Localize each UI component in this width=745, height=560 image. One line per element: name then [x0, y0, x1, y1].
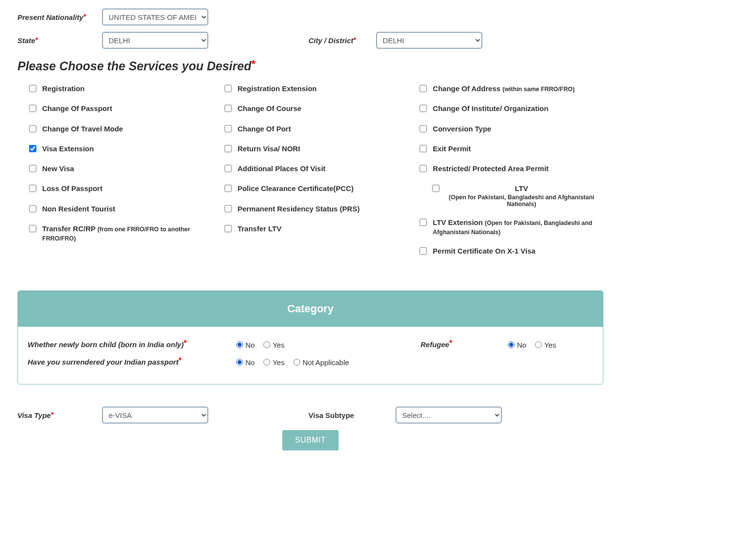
service-item: Conversion Type — [408, 124, 603, 134]
service-item: Permanent Residency Status (PRS) — [213, 204, 408, 214]
service-checkbox[interactable] — [29, 85, 36, 92]
top-fields-row-2: State* DELHI City / District* DELHI — [17, 32, 603, 48]
service-label: Visa Extension — [42, 144, 94, 153]
service-label: Exit Permit — [433, 144, 470, 153]
service-checkbox[interactable] — [29, 125, 36, 132]
city-select[interactable]: DELHI — [376, 32, 482, 48]
category-panel: Category Whether newly born child (born … — [17, 290, 603, 384]
service-checkbox[interactable] — [29, 165, 36, 172]
newborn-label: Whether newly born child (born in India … — [28, 339, 187, 349]
nationality-label: Present Nationality* — [17, 13, 102, 21]
state-label: State* — [17, 36, 102, 45]
service-item: LTV (Open for Pakistani, Bangladeshi and… — [408, 184, 603, 207]
newborn-radio-group: No Yes — [236, 341, 421, 349]
service-item: Police Clearance Certificate(PCC) — [213, 184, 408, 193]
service-label: Transfer RC/RP — [42, 224, 97, 233]
refugee-radio-group: No Yes — [508, 341, 562, 349]
service-note: (within same FRRO/FRO) — [502, 86, 575, 93]
service-item: Registration — [17, 84, 213, 94]
service-item: Visa Extension — [17, 144, 213, 154]
refugee-yes-radio[interactable] — [535, 341, 542, 348]
service-item: Change Of Address (within same FRRO/FRO) — [408, 84, 603, 94]
top-fields-row-1: Present Nationality* UNITED STATES OF AM… — [17, 9, 603, 25]
city-label: City / District* — [308, 36, 376, 45]
surrender-label: Have you surrendered your Indian passpor… — [28, 356, 181, 366]
service-checkbox[interactable] — [225, 225, 232, 232]
service-checkbox[interactable] — [420, 125, 427, 132]
service-label: LTV Extension — [433, 218, 485, 226]
visa-subtype-label: Visa Subtype — [308, 411, 396, 419]
newborn-no[interactable]: No — [236, 341, 255, 349]
service-checkbox[interactable] — [420, 247, 427, 255]
service-label: Additional Places Of Visit — [238, 164, 325, 173]
service-item: LTV Extension (Open for Pakistani, Bangl… — [408, 218, 603, 236]
service-label: Restricted/ Protected Area Permit — [433, 164, 549, 173]
service-label: New Visa — [42, 164, 74, 173]
service-checkbox[interactable] — [225, 125, 232, 132]
service-label: Conversion Type — [433, 125, 491, 133]
service-checkbox[interactable] — [29, 145, 36, 152]
services-col-1: RegistrationChange Of PassportChange Of … — [17, 84, 213, 266]
state-select[interactable]: DELHI — [102, 32, 208, 48]
newborn-no-radio[interactable] — [236, 341, 243, 348]
service-item: Registration Extension — [213, 84, 408, 94]
submit-wrap: SUBMIT — [17, 430, 603, 450]
service-checkbox[interactable] — [225, 185, 232, 192]
service-item: Additional Places Of Visit — [213, 164, 408, 174]
newborn-yes[interactable]: Yes — [263, 341, 284, 349]
category-row-1: Whether newly born child (born in India … — [28, 340, 593, 349]
service-label: Permit Certificate On X-1 Visa — [433, 247, 535, 255]
refugee-no[interactable]: No — [508, 341, 526, 349]
refugee-yes[interactable]: Yes — [535, 341, 556, 349]
visa-type-select[interactable]: e-VISA — [102, 407, 208, 423]
service-checkbox[interactable] — [225, 145, 232, 152]
surrender-yes[interactable]: Yes — [263, 358, 284, 367]
services-heading: Please Choose the Services you Desired* — [17, 59, 603, 73]
surrender-na[interactable]: Not Applicable — [293, 358, 349, 367]
nationality-select[interactable]: UNITED STATES OF AMERICA — [102, 9, 208, 25]
service-item: Permit Certificate On X-1 Visa — [408, 246, 603, 256]
submit-button[interactable]: SUBMIT — [282, 430, 338, 450]
newborn-yes-radio[interactable] — [263, 341, 270, 348]
service-item: Change Of Institute/ Organization — [408, 104, 603, 113]
service-item: Transfer RC/RP (from one FRRO/FRO to ano… — [17, 224, 213, 242]
service-checkbox[interactable] — [225, 205, 232, 212]
service-checkbox[interactable] — [225, 165, 232, 172]
refugee-label: Refugee* — [421, 339, 452, 349]
service-checkbox[interactable] — [420, 85, 427, 92]
service-label: Non Resident Tourist — [42, 205, 115, 213]
surrender-na-radio[interactable] — [293, 359, 300, 366]
service-label: Change Of Address — [433, 84, 502, 93]
visa-subtype-select[interactable]: Select.... — [396, 407, 502, 423]
service-checkbox[interactable] — [29, 205, 36, 212]
service-checkbox[interactable] — [420, 165, 427, 172]
surrender-no-radio[interactable] — [236, 359, 243, 366]
service-checkbox[interactable] — [420, 105, 427, 112]
service-checkbox[interactable] — [29, 105, 36, 112]
visa-type-label: Visa Type* — [17, 411, 102, 419]
service-item: Return Visa/ NORI — [213, 144, 408, 154]
service-item: New Visa — [17, 164, 213, 174]
service-note: (Open for Pakistani, Bangladeshi and Afg… — [445, 194, 598, 208]
service-checkbox[interactable] — [225, 105, 232, 112]
refugee-no-radio[interactable] — [508, 341, 515, 348]
service-label: LTV — [445, 184, 598, 193]
service-checkbox[interactable] — [29, 225, 36, 232]
bottom-row: Visa Type* e-VISA Visa Subtype Select...… — [17, 407, 603, 423]
surrender-yes-radio[interactable] — [263, 359, 270, 366]
surrender-no[interactable]: No — [236, 358, 255, 367]
service-checkbox[interactable] — [225, 85, 232, 92]
service-checkbox[interactable] — [420, 145, 427, 152]
surrender-radio-group: No Yes Not Applicable — [236, 358, 421, 367]
category-header: Category — [18, 291, 603, 327]
service-item: Exit Permit — [408, 144, 603, 154]
service-label: Permanent Residency Status (PRS) — [238, 205, 360, 213]
service-label: Return Visa/ NORI — [238, 144, 300, 153]
service-checkbox[interactable] — [420, 219, 427, 226]
service-item: Non Resident Tourist — [17, 204, 213, 214]
service-item: Restricted/ Protected Area Permit — [408, 164, 603, 174]
service-label: Change Of Institute/ Organization — [433, 104, 548, 112]
service-checkbox[interactable] — [29, 185, 36, 192]
services-col-2: Registration ExtensionChange Of CourseCh… — [213, 84, 408, 266]
service-checkbox[interactable] — [432, 185, 439, 192]
